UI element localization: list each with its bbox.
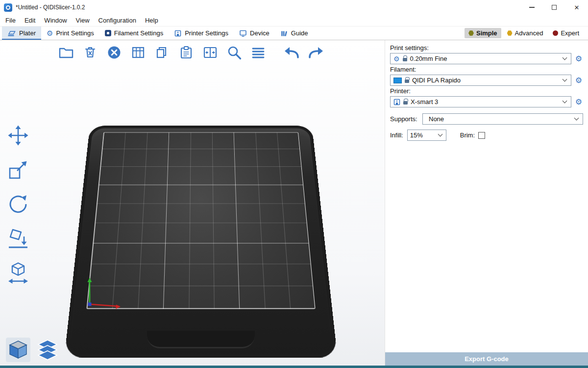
mirror-icon: [6, 261, 30, 285]
app-logo-icon: [4, 3, 12, 12]
tab-device[interactable]: Device: [234, 26, 275, 40]
infill-label: Infill:: [390, 131, 403, 139]
infill-combo[interactable]: 15%: [407, 130, 446, 141]
split-icon: [202, 45, 218, 60]
3d-editor-view-button[interactable]: [6, 338, 30, 362]
plater-toolbar: [57, 44, 268, 61]
rotate-icon: [6, 192, 30, 216]
supports-label: Supports:: [390, 115, 420, 123]
filament-gear-button[interactable]: ⚙: [574, 77, 583, 84]
mode-expert[interactable]: Expert: [549, 28, 583, 38]
gear-icon: ⚙: [393, 55, 400, 62]
search-icon: [227, 45, 242, 60]
plater-icon: [7, 29, 16, 37]
filament-combo[interactable]: QIDI PLA Rapido: [390, 75, 571, 86]
delete-button[interactable]: [81, 44, 99, 61]
print-settings-gear-button[interactable]: ⚙: [574, 55, 583, 63]
printer-icon: [393, 99, 400, 105]
chevron-down-icon: [438, 132, 442, 137]
qidislicer-window: *Untitled - QIDISlicer-1.0.2 ✕ File Edit…: [0, 0, 588, 368]
menu-file[interactable]: File: [1, 16, 20, 25]
print-settings-value: 0.20mm Fine: [410, 55, 447, 62]
tab-guide[interactable]: Guide: [275, 26, 314, 40]
gear-icon: ⚙: [47, 29, 53, 37]
tabbar: Plater ⚙ Print Settings Filament Setting…: [0, 26, 588, 40]
rotate-button[interactable]: [5, 191, 31, 217]
device-icon: [239, 29, 247, 37]
undo-icon: [283, 45, 301, 60]
mode-switcher: Simple Advanced Expert: [465, 26, 588, 40]
mode-advanced[interactable]: Advanced: [503, 28, 547, 38]
tab-print-settings[interactable]: ⚙ Print Settings: [41, 26, 99, 40]
supports-combo[interactable]: None: [422, 113, 583, 125]
menubar: File Edit Window View Configuration Help: [0, 15, 588, 26]
open-button[interactable]: [57, 44, 75, 61]
delete-all-icon: [107, 45, 122, 60]
move-button[interactable]: [5, 123, 31, 148]
gizmo-toolbar: [5, 123, 31, 286]
tab-plater[interactable]: Plater: [2, 26, 41, 40]
paste-button[interactable]: [177, 44, 196, 61]
printer-bed: [64, 126, 338, 357]
close-button[interactable]: ✕: [565, 0, 588, 15]
filament-icon: [105, 30, 111, 36]
preview-layers-icon: [36, 339, 59, 361]
maximize-icon: [552, 5, 557, 10]
filament-color-swatch: [393, 78, 402, 83]
search-button[interactable]: [225, 44, 244, 61]
chevron-down-icon: [563, 77, 567, 82]
minimize-button[interactable]: [520, 0, 543, 15]
minimize-icon: [529, 7, 535, 8]
window-title: *Untitled - QIDISlicer-1.0.2: [16, 4, 85, 11]
export-gcode-button[interactable]: Export G-code: [385, 352, 588, 366]
filament-value: QIDI PLA Rapido: [412, 77, 461, 84]
undo-button[interactable]: [283, 44, 301, 61]
place-on-face-icon: [6, 227, 30, 250]
infill-value: 15%: [410, 131, 423, 139]
expert-mode-icon: [553, 30, 558, 36]
copy-button[interactable]: [153, 44, 172, 61]
printer-combo[interactable]: X-smart 3: [390, 96, 571, 107]
delete-all-button[interactable]: [105, 44, 123, 61]
filament-label: Filament:: [390, 66, 583, 73]
arrange-button[interactable]: [129, 44, 147, 61]
scale-button[interactable]: [5, 157, 31, 183]
3d-viewport[interactable]: [0, 40, 385, 368]
tab-printer-settings[interactable]: Printer Settings: [169, 26, 234, 40]
chevron-down-icon: [574, 116, 579, 121]
guide-icon: [280, 29, 288, 37]
maximize-button[interactable]: [543, 0, 565, 15]
redo-icon: [306, 45, 325, 60]
menu-edit[interactable]: Edit: [20, 16, 40, 25]
menu-view[interactable]: View: [72, 16, 94, 25]
print-settings-combo[interactable]: ⚙ 0.20mm Fine: [390, 53, 571, 64]
place-on-face-button[interactable]: [5, 226, 31, 251]
chevron-down-icon: [563, 99, 567, 104]
tab-filament-settings[interactable]: Filament Settings: [99, 26, 169, 40]
printer-label: Printer:: [390, 87, 583, 95]
printer-icon: [174, 29, 182, 37]
titlebar: *Untitled - QIDISlicer-1.0.2 ✕: [0, 0, 588, 15]
layers-icon: [251, 45, 266, 60]
arrange-icon: [131, 45, 146, 60]
brim-checkbox[interactable]: [478, 132, 485, 139]
preview-view-button[interactable]: [35, 338, 60, 362]
supports-value: None: [426, 115, 444, 123]
print-settings-label: Print settings:: [390, 44, 583, 52]
mirror-button[interactable]: [5, 260, 31, 286]
window-controls: ✕: [520, 0, 588, 15]
view-toolbar: [6, 338, 60, 362]
mode-simple[interactable]: Simple: [465, 28, 501, 38]
split-button[interactable]: [201, 44, 220, 61]
3d-editor-view-icon: [7, 339, 29, 361]
menu-help[interactable]: Help: [141, 16, 163, 25]
paste-icon: [179, 45, 194, 60]
menu-window[interactable]: Window: [40, 16, 71, 25]
variable-layer-height-button[interactable]: [249, 44, 268, 61]
printer-value: X-smart 3: [411, 98, 438, 105]
lock-icon: [403, 101, 408, 105]
redo-button[interactable]: [306, 44, 325, 61]
move-icon: [7, 124, 29, 147]
menu-configuration[interactable]: Configuration: [94, 16, 141, 25]
printer-gear-button[interactable]: ⚙: [574, 98, 583, 106]
